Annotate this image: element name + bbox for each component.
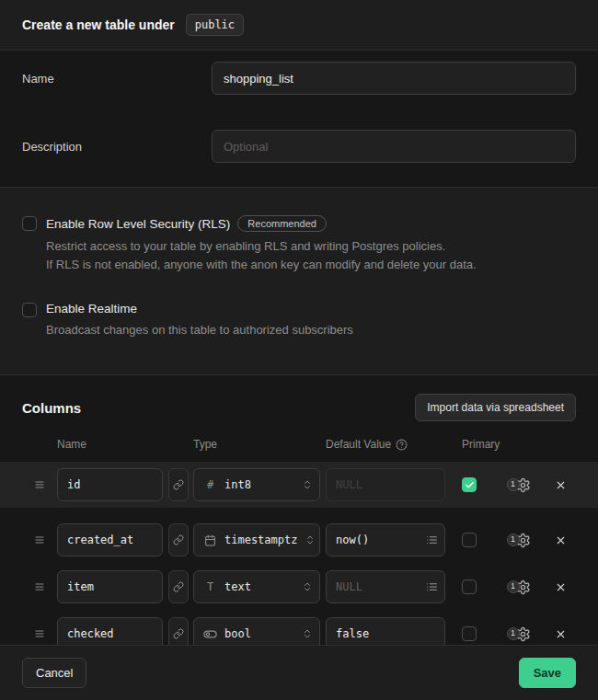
schema-badge: public <box>186 14 244 36</box>
drag-handle-icon[interactable] <box>22 578 57 596</box>
column-row: timestamptz 1 <box>0 520 598 560</box>
column-header-default-label: Default Value <box>326 438 391 451</box>
column-header-primary: Primary <box>452 438 502 451</box>
column-settings-gear-icon[interactable]: 1 <box>515 533 531 548</box>
realtime-description-line1: Broadcast changes on this table to autho… <box>46 321 353 339</box>
column-close-cell <box>543 575 576 599</box>
column-row: bool 1 <box>0 614 598 645</box>
rls-label[interactable]: Enable Row Level Security (RLS) <box>46 217 230 231</box>
realtime-option-group: Enable Realtime Broadcast changes on thi… <box>22 302 576 339</box>
column-default-input[interactable] <box>326 617 445 645</box>
column-default-cell <box>326 570 445 603</box>
column-type-cell: T text <box>193 570 326 603</box>
foreign-key-link-icon[interactable] <box>168 570 189 603</box>
check-icon <box>465 480 475 490</box>
column-default-cell <box>326 617 445 645</box>
panel-header: Create a new table under public <box>0 0 598 51</box>
column-type-select[interactable]: T text <box>193 570 320 603</box>
remove-column-x-icon[interactable] <box>548 473 572 497</box>
settings-count-badge: 1 <box>507 627 520 640</box>
columns-rows: # int8 1 <box>0 462 598 645</box>
column-type-value: int8 <box>224 478 294 491</box>
column-name-input[interactable] <box>57 570 163 603</box>
column-name-input[interactable] <box>57 468 163 501</box>
rls-checkbox[interactable] <box>22 216 37 231</box>
column-primary-cell <box>452 580 502 594</box>
table-details-section: Name Description <box>0 51 598 188</box>
column-primary-cell <box>452 477 502 492</box>
chevrons-up-down-icon <box>302 628 313 639</box>
import-spreadsheet-button[interactable]: Import data via spreadsheet <box>415 394 576 421</box>
default-value-list-icon[interactable] <box>424 533 440 548</box>
column-settings-gear-icon[interactable]: 1 <box>515 626 531 642</box>
chevrons-up-down-icon <box>305 534 316 545</box>
name-control <box>212 62 576 95</box>
rls-option-group: Enable Row Level Security (RLS) Recommen… <box>22 215 576 274</box>
drag-handle-icon[interactable] <box>22 625 57 643</box>
remove-column-x-icon[interactable] <box>548 528 572 552</box>
column-default-input[interactable] <box>326 468 445 501</box>
name-row: Name <box>22 62 576 95</box>
column-type-icon <box>203 627 217 641</box>
realtime-label[interactable]: Enable Realtime <box>46 302 137 316</box>
settings-count-badge: 1 <box>507 478 520 491</box>
primary-checkbox[interactable] <box>462 626 477 641</box>
cancel-button[interactable]: Cancel <box>22 658 86 688</box>
column-name-cell <box>57 523 168 557</box>
remove-column-x-icon[interactable] <box>548 575 572 599</box>
name-label: Name <box>22 72 212 86</box>
column-type-value: text <box>224 580 294 593</box>
columns-heading: Columns <box>22 400 81 416</box>
column-settings-cell: 1 <box>502 477 543 493</box>
rls-label-row: Enable Row Level Security (RLS) Recommen… <box>46 215 477 232</box>
column-default-cell <box>326 523 445 557</box>
column-header-name: Name <box>57 438 168 451</box>
table-name-input[interactable] <box>212 62 576 95</box>
column-settings-cell: 1 <box>502 626 543 642</box>
default-value-list-icon[interactable] <box>424 580 440 595</box>
columns-table-header: Name Type Default Value Primary <box>0 421 598 451</box>
column-row: # int8 1 <box>0 462 598 508</box>
column-primary-cell <box>452 533 502 547</box>
recommended-badge: Recommended <box>237 215 327 232</box>
drag-handle-icon[interactable] <box>22 476 57 494</box>
realtime-checkbox[interactable] <box>22 303 37 317</box>
remove-column-x-icon[interactable] <box>548 622 572 645</box>
column-close-cell <box>543 473 576 497</box>
column-close-cell <box>543 528 576 552</box>
column-type-cell: timestamptz <box>193 523 326 557</box>
realtime-checkbox-row: Enable Realtime Broadcast changes on thi… <box>22 302 576 339</box>
rls-checkbox-row: Enable Row Level Security (RLS) Recommen… <box>22 215 576 274</box>
column-type-icon: # <box>203 478 217 491</box>
drag-handle-icon[interactable] <box>22 531 57 549</box>
panel-footer: Cancel Save <box>0 645 598 700</box>
save-button[interactable]: Save <box>519 658 576 688</box>
table-options-section: Enable Row Level Security (RLS) Recommen… <box>0 188 598 375</box>
foreign-key-link-icon[interactable] <box>168 523 189 557</box>
columns-head: Columns Import data via spreadsheet <box>0 375 598 421</box>
column-name-input[interactable] <box>57 523 163 557</box>
table-description-input[interactable] <box>212 130 576 163</box>
rls-description-line2: If RLS is not enabled, anyone with the a… <box>46 256 477 274</box>
help-circle-icon[interactable] <box>396 439 408 451</box>
column-settings-gear-icon[interactable]: 1 <box>515 580 531 595</box>
chevrons-up-down-icon <box>302 479 313 490</box>
column-header-default: Default Value <box>326 438 452 451</box>
column-name-input[interactable] <box>57 617 163 645</box>
realtime-description: Broadcast changes on this table to autho… <box>46 321 353 339</box>
column-type-select[interactable]: timestamptz <box>193 523 320 557</box>
foreign-key-link-icon[interactable] <box>168 468 189 501</box>
primary-checkbox[interactable] <box>462 477 477 492</box>
column-type-select[interactable]: bool <box>193 617 320 645</box>
foreign-key-link-icon[interactable] <box>168 617 189 645</box>
panel-title: Create a new table under <box>22 17 175 32</box>
column-type-select[interactable]: # int8 <box>193 468 320 501</box>
column-settings-gear-icon[interactable]: 1 <box>515 477 531 493</box>
chevrons-up-down-icon <box>302 581 313 592</box>
column-header-type: Type <box>193 438 326 451</box>
primary-checkbox[interactable] <box>462 533 477 547</box>
primary-checkbox[interactable] <box>462 580 477 594</box>
rls-description-line1: Restrict access to your table by enablin… <box>46 237 477 256</box>
column-type-value: bool <box>224 627 294 640</box>
columns-section: Columns Import data via spreadsheet Name… <box>0 375 598 645</box>
